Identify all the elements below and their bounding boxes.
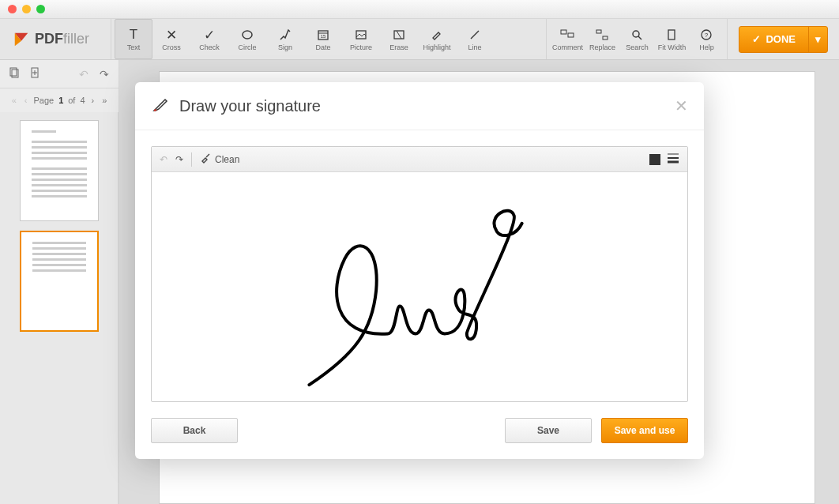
signature-stroke [152, 172, 687, 401]
signature-color-picker[interactable] [649, 154, 660, 165]
tool-comment[interactable]: Comment [550, 19, 585, 59]
minimize-window-button[interactable] [22, 5, 31, 13]
signature-save-use-button[interactable]: Save and use [601, 418, 688, 443]
tool-picture[interactable]: Picture [342, 19, 380, 59]
signature-modal: Draw your signature ✕ ↶ ↷ Clean [135, 82, 704, 459]
edit-tools-group: T Text ✕ Cross ✓ Check Circle Sign 15 Da… [111, 19, 497, 59]
signature-back-button[interactable]: Back [151, 418, 238, 443]
circle-icon [241, 27, 254, 43]
modal-close-button[interactable]: ✕ [675, 96, 688, 115]
tool-highlight[interactable]: Highlight [418, 19, 456, 59]
svg-rect-9 [568, 33, 574, 37]
tool-label: Search [626, 43, 649, 51]
tool-replace[interactable]: Replace [585, 19, 619, 59]
page-prefix: Page [33, 96, 54, 105]
tool-erase[interactable]: Erase [380, 19, 418, 59]
tool-label: Date [315, 43, 330, 51]
tool-line[interactable]: Line [456, 19, 494, 59]
replace-icon [596, 27, 608, 43]
brand-logo: PDFfiller [0, 19, 111, 59]
svg-line-6 [397, 31, 401, 39]
pdffiller-logo-icon [13, 31, 30, 48]
tool-label: Check [199, 43, 220, 51]
add-page-icon[interactable] [27, 67, 43, 81]
signature-thickness-picker[interactable] [667, 152, 679, 166]
clean-label: Clean [215, 154, 239, 165]
sidebar-toolbar: ↶ ↷ [0, 60, 119, 88]
view-tools-group: Comment Replace Search Fit Width ? Help [546, 19, 728, 59]
last-page-button[interactable]: » [100, 96, 108, 105]
page-total: 4 [80, 96, 85, 105]
picture-icon [355, 27, 367, 43]
tool-date[interactable]: 15 Date [304, 19, 342, 59]
tool-label: Line [468, 43, 481, 51]
tool-search[interactable]: Search [619, 19, 654, 59]
signature-undo-button[interactable]: ↶ [160, 154, 167, 165]
tool-sign[interactable]: Sign [266, 19, 304, 59]
tool-label: Help [699, 43, 714, 51]
svg-rect-11 [603, 36, 608, 39]
signature-draw-panel: ↶ ↷ Clean [151, 146, 688, 402]
text-icon: T [130, 27, 137, 43]
cross-icon: ✕ [166, 27, 177, 43]
comment-icon [560, 27, 574, 43]
page-thumbnail-1[interactable] [20, 120, 99, 221]
check-icon: ✓ [204, 27, 215, 43]
tool-label: Erase [389, 43, 408, 51]
svg-rect-8 [561, 30, 566, 34]
tool-check[interactable]: ✓ Check [190, 19, 228, 59]
tool-cross[interactable]: ✕ Cross [152, 19, 190, 59]
check-icon: ✓ [752, 33, 761, 45]
tool-label: Picture [350, 43, 372, 51]
tool-label: Cross [162, 43, 181, 51]
page-thumbnail-2[interactable] [20, 231, 99, 332]
tool-label: Sign [278, 43, 292, 51]
svg-text:?: ? [705, 32, 709, 39]
signature-save-button[interactable]: Save [505, 418, 592, 443]
modal-title: Draw your signature [179, 97, 321, 115]
sidebar: ↶ ↷ « ‹ Page 1 of 4 › » [0, 60, 119, 504]
page-current: 1 [58, 96, 63, 105]
svg-rect-14 [668, 30, 675, 39]
tool-label: Replace [589, 43, 615, 51]
tool-text[interactable]: T Text [115, 19, 152, 59]
tool-label: Highlight [423, 43, 450, 51]
tool-label: Fit Width [658, 43, 687, 51]
brand-filler: filler [63, 31, 89, 47]
prev-page-button[interactable]: ‹ [23, 96, 29, 105]
svg-line-7 [471, 31, 479, 39]
tool-label: Text [127, 43, 141, 51]
undo-icon[interactable]: ↶ [76, 68, 92, 81]
svg-text:15: 15 [321, 34, 326, 39]
svg-point-12 [633, 31, 639, 37]
tool-circle[interactable]: Circle [228, 19, 266, 59]
zoom-window-button[interactable] [36, 5, 45, 13]
date-icon: 15 [317, 27, 329, 43]
signature-canvas[interactable] [152, 172, 687, 401]
help-icon: ? [700, 27, 713, 43]
main-toolbar: PDFfiller T Text ✕ Cross ✓ Check Circle … [0, 19, 839, 60]
tool-fit-width[interactable]: Fit Width [654, 19, 689, 59]
signature-clean-button[interactable]: Clean [200, 152, 239, 166]
sign-icon [279, 27, 292, 43]
brand-pdf: PDF [35, 31, 63, 47]
highlight-icon [431, 27, 443, 43]
done-dropdown[interactable]: ▾ [808, 27, 827, 52]
search-icon [630, 27, 643, 43]
page-navigator: « ‹ Page 1 of 4 › » [0, 88, 119, 112]
signature-redo-button[interactable]: ↷ [175, 154, 183, 165]
done-button[interactable]: ✓DONE ▾ [739, 26, 828, 53]
first-page-button[interactable]: « [10, 96, 18, 105]
line-icon [468, 27, 481, 43]
svg-point-0 [243, 31, 252, 39]
fit-width-icon [665, 27, 678, 43]
page-of: of [68, 96, 75, 105]
tool-label: Comment [552, 43, 583, 51]
close-window-button[interactable] [8, 5, 17, 13]
pages-panel-icon[interactable] [6, 67, 22, 81]
tool-help[interactable]: ? Help [689, 19, 724, 59]
redo-icon[interactable]: ↷ [96, 68, 112, 81]
macos-titlebar [0, 0, 839, 19]
erase-icon [393, 27, 405, 43]
next-page-button[interactable]: › [90, 96, 96, 105]
